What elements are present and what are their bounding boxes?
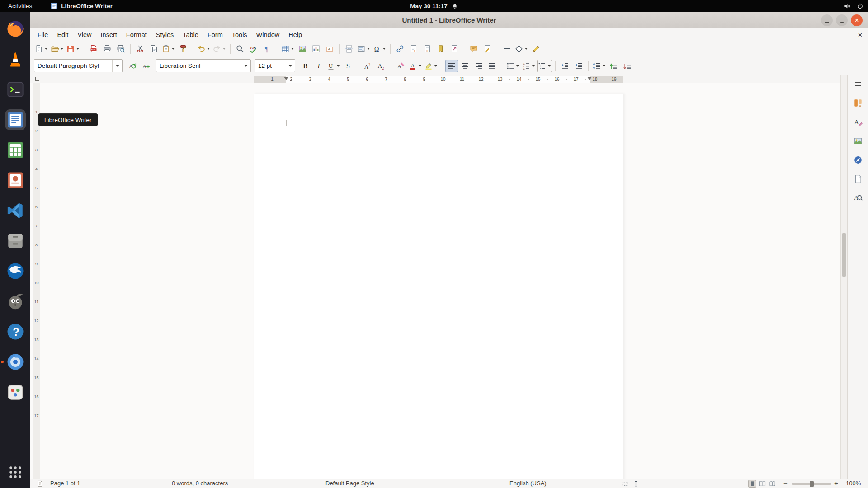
open-file-button[interactable] [50,42,65,55]
insert-special-character-button[interactable]: Ω [372,42,387,55]
insert-table-button[interactable] [280,42,295,55]
subscript-button[interactable]: A2 [375,60,387,72]
save-button[interactable] [66,42,80,55]
increase-indent-button[interactable] [559,60,571,72]
menu-edit[interactable]: Edit [52,28,73,41]
dropdown-arrow-icon[interactable] [382,42,387,55]
chevron-down-icon[interactable] [241,60,250,72]
insert-mode-icon[interactable] [632,480,639,487]
dock-item-help[interactable]: ? [5,321,26,342]
paste-button[interactable] [161,42,176,55]
sidebar-tab-page[interactable] [851,172,865,186]
show-applications-button[interactable] [5,462,26,483]
justified-button[interactable] [486,60,499,72]
align-left-button[interactable] [445,60,458,72]
print-button[interactable] [101,42,113,55]
decrease-paragraph-spacing-button[interactable] [621,60,634,72]
book-view-button[interactable] [768,480,776,488]
export-pdf-button[interactable]: PDF [87,42,100,55]
zoom-level[interactable]: 100% [846,479,861,488]
tab-stop-selector[interactable] [35,77,39,81]
ordered-list-button[interactable]: 1.2.3. [521,60,536,72]
clear-formatting-button[interactable]: A [394,60,407,72]
new-document-button[interactable] [34,42,49,55]
sidebar-tab-gallery[interactable] [851,134,865,148]
minimize-button[interactable] [821,14,833,26]
menu-view[interactable]: View [73,28,96,41]
insert-chart-button[interactable] [310,42,322,55]
redo-button[interactable] [212,42,227,55]
decrease-indent-button[interactable] [572,60,585,72]
update-style-button[interactable]: A [126,60,139,72]
align-center-button[interactable] [459,60,472,72]
insert-footnote-button[interactable]: 1 [407,42,420,55]
strikethrough-button[interactable]: S [342,60,354,72]
dock-item-software-center[interactable] [5,382,26,403]
vertical-scrollbar[interactable] [840,75,847,479]
insert-bookmark-button[interactable] [434,42,447,55]
system-tray[interactable] [844,0,863,12]
find-and-replace-button[interactable] [234,42,246,55]
dock-item-libreoffice-writer[interactable] [5,109,26,130]
line-spacing-button[interactable] [592,60,607,72]
dock-item-terminal[interactable] [5,79,26,100]
maximize-button[interactable] [836,14,848,26]
dropdown-arrow-icon[interactable] [547,60,552,72]
menu-form[interactable]: Form [203,28,227,41]
dock-item-browser[interactable] [5,352,26,372]
formatting-marks-button[interactable]: ¶ [261,42,274,55]
unordered-list-button[interactable] [505,60,520,72]
dropdown-arrow-icon[interactable] [290,42,295,55]
horizontal-ruler[interactable]: 12345678910111213141516171819 [254,76,623,83]
page-number-status[interactable]: Page 1 of 1 [50,479,80,488]
font-name-combobox[interactable]: Liberation Serif [156,59,251,72]
dropdown-arrow-icon[interactable] [59,42,64,55]
word-count-status[interactable]: 0 words, 0 characters [172,479,228,488]
dropdown-arrow-icon[interactable] [206,42,211,55]
language-status[interactable]: English (USA) [509,479,547,488]
vertical-ruler[interactable]: 1234567891011121314151617 [33,83,40,479]
page-style-status[interactable]: Default Page Style [326,479,374,488]
menu-table[interactable]: Table [178,28,203,41]
underline-button[interactable]: U [326,60,341,72]
outline-list-button[interactable] [537,60,552,72]
menu-format[interactable]: Format [122,28,151,41]
paragraph-style-combobox[interactable]: Default Paragraph Styl [34,59,123,72]
dropdown-arrow-icon[interactable] [433,60,438,72]
clone-formatting-button[interactable] [177,42,189,55]
focused-app-indicator[interactable]: LibreOffice Writer [50,2,113,10]
chevron-down-icon[interactable] [112,60,122,72]
scrollbar-thumb[interactable] [842,233,846,277]
chevron-down-icon[interactable] [285,60,295,72]
insert-horizontal-line-button[interactable] [500,42,513,55]
dropdown-arrow-icon[interactable] [531,60,536,72]
dock-item-files[interactable] [5,230,26,251]
print-preview-button[interactable] [114,42,127,55]
document-page[interactable] [254,94,623,479]
sidebar-tab-styles[interactable]: A [851,115,865,129]
font-color-button[interactable]: A [408,60,423,72]
dropdown-arrow-icon[interactable] [170,42,175,55]
spelling-button[interactable]: AB [247,42,260,55]
dropdown-arrow-icon[interactable] [524,42,528,55]
dock-item-vscode[interactable] [5,200,26,221]
dock-item-libreoffice-calc[interactable] [5,140,26,160]
insert-field-button[interactable] [356,42,371,55]
insert-hyperlink-button[interactable] [394,42,406,55]
insert-page-break-button[interactable] [343,42,355,55]
dropdown-arrow-icon[interactable] [417,60,422,72]
menu-tools[interactable]: Tools [227,28,252,41]
cut-button[interactable] [134,42,146,55]
track-changes-button[interactable] [481,42,494,55]
font-size-combobox[interactable]: 12 pt [255,59,295,72]
multi-page-view-button[interactable] [758,480,766,488]
selection-mode-icon[interactable] [622,480,628,487]
dropdown-arrow-icon[interactable] [75,42,80,55]
right-indent-marker[interactable] [587,77,592,80]
zoom-in-button[interactable] [834,479,838,488]
sidebar-tab-navigator[interactable] [851,153,865,167]
align-right-button[interactable] [472,60,485,72]
insert-comment-button[interactable] [467,42,480,55]
dropdown-arrow-icon[interactable] [515,60,520,72]
zoom-out-button[interactable] [783,479,788,488]
